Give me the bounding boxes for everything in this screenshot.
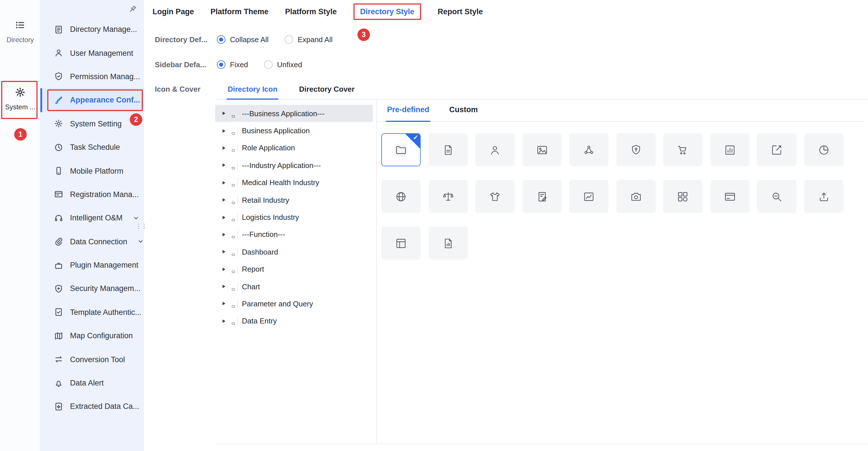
- icon-tile-scales-icon[interactable]: [428, 180, 468, 213]
- sidebar-item-permission-manag[interactable]: Permission Manag...: [40, 65, 144, 89]
- sidebar-item-task-schedule[interactable]: Task Schedule: [40, 136, 144, 159]
- icon-tile-picture-icon[interactable]: [522, 133, 561, 166]
- collapsed-arrow-icon: [222, 285, 225, 288]
- radio-circle: [264, 60, 273, 69]
- sidebar-item-label: Directory Manage...: [70, 25, 137, 34]
- icon-tile-chart-frame-icon[interactable]: [569, 180, 609, 213]
- icon-tile-card-icon[interactable]: [710, 180, 749, 213]
- resize-handle[interactable]: ⋮⋮: [135, 223, 147, 229]
- sidebar-item-data-alert[interactable]: Data Alert: [40, 371, 144, 395]
- tree-item-data-entry[interactable]: Data Entry: [215, 312, 373, 330]
- rail-item-directory[interactable]: Directory: [0, 19, 40, 44]
- tab-login-page[interactable]: Login Page: [153, 4, 194, 19]
- icon-tile-form-edit-icon[interactable]: [522, 180, 561, 213]
- sidebar-item-intelligent-o-m[interactable]: Intelligent O&M: [40, 206, 144, 230]
- sidebar-item-label: Plugin Management: [70, 261, 138, 269]
- sidebar-item-security-managem[interactable]: Security Managem...: [40, 277, 144, 301]
- subtab-directory-icon[interactable]: Directory Icon: [226, 80, 279, 99]
- tree-item-dashboard[interactable]: Dashboard: [215, 243, 373, 261]
- sidebar-item-conversion-tool[interactable]: Conversion Tool: [40, 348, 144, 371]
- sidebar-item-system-setting[interactable]: System Setting: [40, 112, 144, 136]
- sidebar-item-plugin-management[interactable]: Plugin Management: [40, 253, 144, 277]
- sidebar-item-extracted-data-ca[interactable]: Extracted Data Ca...: [40, 395, 144, 419]
- collapsed-arrow-icon: [222, 233, 225, 236]
- collapsed-arrow-icon: [222, 215, 225, 219]
- sidebar-default-label: Sidebar Defa...: [155, 60, 217, 69]
- icon-tile-cart-icon[interactable]: [663, 133, 702, 166]
- app: Directory System ... 1 Directory Manage.…: [0, 0, 868, 451]
- shield-icon: [54, 72, 63, 81]
- rail-item-label: Directory: [6, 36, 34, 44]
- icon-tile-nodes-icon[interactable]: [569, 133, 609, 166]
- bell-icon: [54, 379, 63, 388]
- tree-item-business-application[interactable]: Business Application: [215, 122, 373, 140]
- sidebar-item-directory-manage[interactable]: Directory Manage...: [40, 18, 144, 41]
- icon-tile-person-icon[interactable]: [475, 133, 515, 166]
- icon-tile-export-icon[interactable]: [804, 180, 843, 213]
- rail-item-system[interactable]: System ...: [0, 87, 40, 111]
- radio-circle: [217, 60, 225, 69]
- sidebar-item-mobile-platform[interactable]: Mobile Platform: [40, 159, 144, 183]
- sidebar-item-appearance-conf[interactable]: Appearance Conf...: [40, 88, 144, 112]
- icon-cover-label: Icon & Cover: [155, 80, 215, 93]
- sidebar-item-user-management[interactable]: User Management: [40, 41, 144, 65]
- tree-item-parameter-and-query[interactable]: Parameter and Query: [215, 295, 373, 312]
- icon-tile-edit-square-icon[interactable]: [757, 133, 796, 166]
- radio-collapse-all[interactable]: Collapse All: [217, 35, 269, 43]
- icon-tile-globe-icon[interactable]: [381, 180, 421, 213]
- tab-platform-theme[interactable]: Platform Theme: [211, 4, 269, 19]
- icon-tile-document-text-icon[interactable]: [428, 133, 468, 166]
- tab-platform-style[interactable]: Platform Style: [285, 4, 337, 19]
- folder-small-icon: [229, 179, 238, 187]
- tree-item-logistics-industry[interactable]: Logistics Industry: [215, 209, 373, 226]
- globe-icon: [395, 190, 407, 203]
- icon-tab-pre-defined[interactable]: Pre-defined: [386, 103, 431, 121]
- tree-item-label: Role Application: [242, 144, 295, 152]
- tab-directory-style[interactable]: Directory Style: [353, 3, 421, 20]
- radio-label: Expand All: [298, 35, 333, 43]
- icon-cover-body: ---Business Application---Business Appli…: [215, 100, 868, 444]
- tree-item-retail-industry[interactable]: Retail Industry: [215, 191, 373, 209]
- sidebar-item-label: Task Schedule: [70, 143, 120, 151]
- icon-tile-bar-chart-icon[interactable]: [710, 133, 749, 166]
- unpin-button[interactable]: [129, 5, 137, 16]
- icon-tab-custom[interactable]: Custom: [448, 103, 479, 121]
- radio-label: Unfixed: [277, 60, 302, 69]
- icon-tile-pie-chart-icon[interactable]: [804, 133, 843, 166]
- icon-tile-folder-icon[interactable]: [381, 133, 421, 166]
- tree-item-medical-health-industry[interactable]: Medical Health Industry: [215, 174, 373, 191]
- icon-tile-shield-lock-icon[interactable]: [616, 133, 655, 166]
- tree-item-label: Logistics Industry: [242, 213, 299, 221]
- icon-source-tabs: Pre-definedCustom: [377, 100, 864, 122]
- icon-tile-document-chart-icon[interactable]: [428, 227, 468, 260]
- radio-unfixed[interactable]: Unfixed: [264, 60, 302, 69]
- tree-item-industry-application[interactable]: ---Industry Application---: [215, 157, 373, 174]
- icon-tile-components-icon[interactable]: [663, 180, 702, 213]
- id-card-icon: [54, 190, 63, 199]
- radio-fixed[interactable]: Fixed: [217, 60, 248, 69]
- tree-item-business-application[interactable]: ---Business Application---: [215, 105, 373, 122]
- sidebar-item-map-configuration[interactable]: Map Configuration: [40, 324, 144, 348]
- radio-expand-all[interactable]: Expand All: [285, 35, 333, 43]
- tree-item-role-application[interactable]: Role Application: [215, 140, 373, 157]
- icon-tile-camera-icon[interactable]: [616, 180, 655, 213]
- sidebar-item-registration-mana[interactable]: Registration Mana...: [40, 182, 144, 206]
- tree-item-chart[interactable]: Chart: [215, 278, 373, 295]
- subtab-directory-cover[interactable]: Directory Cover: [298, 80, 356, 99]
- puzzle-icon: [54, 261, 63, 270]
- sidebar-item-template-authentic[interactable]: Template Authentic...: [40, 300, 144, 324]
- collapsed-arrow-icon: [222, 164, 225, 167]
- tree-item-function[interactable]: ---Function---: [215, 226, 373, 243]
- icon-tile-shirt-icon[interactable]: [475, 180, 515, 213]
- icon-tile-sheet-icon[interactable]: [381, 227, 421, 260]
- folder-small-icon: [229, 213, 238, 221]
- primary-rail: Directory System ... 1: [0, 0, 40, 451]
- icon-tile-zoom-out-icon[interactable]: [757, 180, 796, 213]
- tree-item-report[interactable]: Report: [215, 261, 373, 278]
- headset-icon: [54, 214, 63, 223]
- annotation-badge-1: 1: [14, 128, 27, 141]
- collapsed-arrow-icon: [222, 181, 225, 184]
- tab-report-style[interactable]: Report Style: [438, 4, 483, 19]
- folder-icon: [395, 143, 407, 156]
- sidebar-item-data-connection[interactable]: Data Connection: [40, 230, 144, 253]
